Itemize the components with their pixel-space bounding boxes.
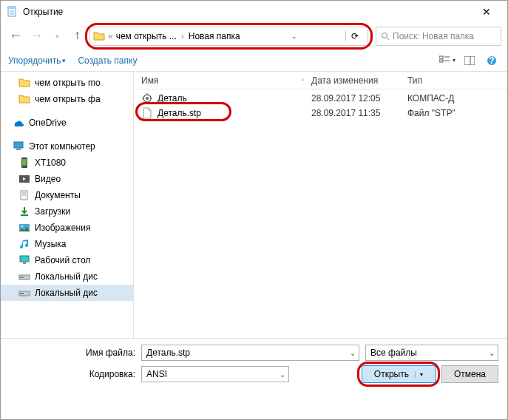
file-row[interactable]: Деталь 28.09.2017 12:05 КОМПАС-Д (134, 91, 507, 106)
path-dropdown[interactable]: ⌄ (285, 33, 304, 40)
help-button[interactable]: ? (484, 52, 500, 69)
toolbar: Упорядочить ▾ Создать папку ▾ ? (1, 50, 507, 72)
file-area: Имя ^ Дата изменения Тип Деталь 28.09.20… (134, 72, 507, 338)
sidebar-item-label: чем открыть mo (35, 78, 101, 88)
chevron-right-icon: › (180, 31, 186, 41)
sidebar-item-label: Изображения (35, 223, 90, 233)
filename-input[interactable]: Деталь.stp ⌄ (141, 345, 359, 361)
chevron-down-icon: ⌄ (350, 349, 356, 357)
back-button[interactable]: 🡐 (7, 27, 24, 45)
generic-file-icon (141, 107, 153, 119)
desktop-icon (18, 254, 30, 266)
column-date[interactable]: Дата изменения (311, 75, 407, 86)
sidebar-item-disk-0[interactable]: Локальный дис (1, 268, 133, 285)
sidebar-item-video[interactable]: Видео (1, 171, 133, 187)
file-name: Деталь.stp (158, 108, 201, 118)
path-segment-0[interactable]: чем открыть ... (113, 31, 180, 41)
sidebar-item-music[interactable]: Музыка (1, 236, 133, 252)
encoding-value: ANSI (146, 369, 167, 379)
column-type[interactable]: Тип (407, 75, 507, 86)
view-mode-button[interactable]: ▾ (439, 52, 455, 69)
filter-select[interactable]: Все файлы ⌄ (365, 345, 498, 361)
chevron-down-icon: ▾ (62, 57, 66, 64)
video-icon (18, 173, 30, 185)
sidebar-item-label: Этот компьютер (29, 141, 95, 152)
split-dropdown-icon[interactable]: ▾ (415, 371, 423, 378)
recent-dropdown[interactable]: ▾ (48, 27, 66, 45)
column-headers: Имя ^ Дата изменения Тип (134, 72, 507, 89)
open-label: Открыть (374, 369, 409, 379)
computer-icon (13, 140, 24, 152)
sidebar-item-label: Локальный дис (35, 271, 98, 282)
file-list[interactable]: Деталь 28.09.2017 12:05 КОМПАС-Д Деталь.… (134, 89, 507, 338)
sidebar-item-label: чем открыть фа (35, 94, 101, 104)
column-name-label: Имя (141, 75, 158, 86)
encoding-label: Кодировка: (10, 369, 135, 379)
sidebar-item-folder-0[interactable]: чем открыть mo (1, 75, 133, 91)
filename-value: Деталь.stp (146, 348, 190, 358)
column-name[interactable]: Имя ^ (134, 75, 311, 86)
refresh-button[interactable]: ⟳ (345, 31, 365, 41)
device-icon (18, 157, 30, 169)
search-placeholder: Поиск: Новая папка (393, 31, 474, 41)
preview-pane-button[interactable] (461, 52, 478, 69)
address-bar-wrap: « чем открыть ... › Новая папка ⌄ ⟳ (89, 27, 368, 46)
folder-icon (18, 77, 30, 89)
documents-icon (18, 189, 30, 201)
sidebar-item-folder-1[interactable]: чем открыть фа (1, 91, 133, 107)
sidebar-item-desktop[interactable]: Рабочий стол (1, 252, 133, 268)
svg-rect-1 (8, 7, 16, 9)
new-folder-button[interactable]: Создать папку (78, 55, 137, 66)
sidebar-item-pictures[interactable]: Изображения (1, 220, 133, 236)
encoding-select[interactable]: ANSI ⌄ (141, 366, 289, 382)
sidebar-item-label: Документы (35, 190, 81, 200)
svg-rect-11 (464, 56, 475, 65)
forward-button[interactable]: 🡒 (27, 27, 45, 45)
window-title: Открытие (23, 7, 472, 17)
file-date: 28.09.2017 11:35 (311, 108, 407, 118)
chevron-down-icon: ⌄ (489, 349, 495, 357)
sidebar-item-label: Загрузки (35, 206, 70, 217)
body: чем открыть mo чем открыть фа OneDrive Э… (1, 72, 507, 338)
music-icon (18, 238, 30, 250)
address-bar[interactable]: « чем открыть ... › Новая папка ⌄ ⟳ (89, 27, 368, 46)
sort-indicator-icon: ^ (301, 77, 304, 84)
folder-icon (18, 93, 30, 105)
navigation-row: 🡐 🡒 ▾ 🡑 « чем открыть ... › Новая папка … (1, 23, 507, 50)
svg-rect-27 (20, 256, 29, 262)
search-input[interactable]: Поиск: Новая папка (376, 27, 501, 46)
file-name: Деталь (158, 93, 187, 104)
path-prefix: « (108, 31, 113, 41)
sidebar-item-disk-1[interactable]: Локальный дис (1, 285, 133, 301)
chevron-down-icon: ⌄ (280, 370, 285, 379)
sidebar-item-device[interactable]: XT1080 (1, 155, 133, 171)
file-row[interactable]: Деталь.stp 28.09.2017 11:35 Файл "STP" (134, 106, 507, 121)
svg-line-6 (387, 38, 389, 40)
cancel-label: Отмена (454, 369, 486, 379)
toolbar-right: ▾ ? (439, 52, 500, 69)
sidebar-item-label: Рабочий стол (35, 255, 90, 265)
titlebar: Открытие ✕ (1, 1, 507, 23)
path-segment-1[interactable]: Новая папка (186, 31, 243, 41)
sidebar-item-onedrive[interactable]: OneDrive (1, 115, 133, 131)
file-type: КОМПАС-Д (407, 93, 507, 104)
sidebar-item-label: Музыка (35, 239, 66, 249)
cancel-button[interactable]: Отмена (441, 365, 498, 383)
svg-rect-28 (23, 262, 26, 264)
organize-button[interactable]: Упорядочить ▾ (8, 55, 66, 66)
svg-rect-18 (22, 159, 27, 166)
up-button[interactable]: 🡑 (69, 27, 87, 45)
pictures-icon (18, 222, 30, 234)
sidebar-item-downloads[interactable]: Загрузки (1, 203, 133, 220)
sidebar-item-label: Видео (35, 174, 61, 184)
svg-rect-16 (16, 149, 21, 150)
disk-icon (18, 287, 30, 299)
svg-point-34 (146, 97, 149, 100)
onedrive-icon (13, 117, 24, 129)
sidebar-item-documents[interactable]: Документы (1, 187, 133, 203)
open-button[interactable]: Открыть ▾ (362, 365, 436, 383)
sidebar-item-computer[interactable]: Этот компьютер (1, 138, 133, 155)
close-button[interactable]: ✕ (472, 6, 501, 18)
svg-point-5 (382, 33, 387, 38)
downloads-icon (18, 206, 30, 217)
